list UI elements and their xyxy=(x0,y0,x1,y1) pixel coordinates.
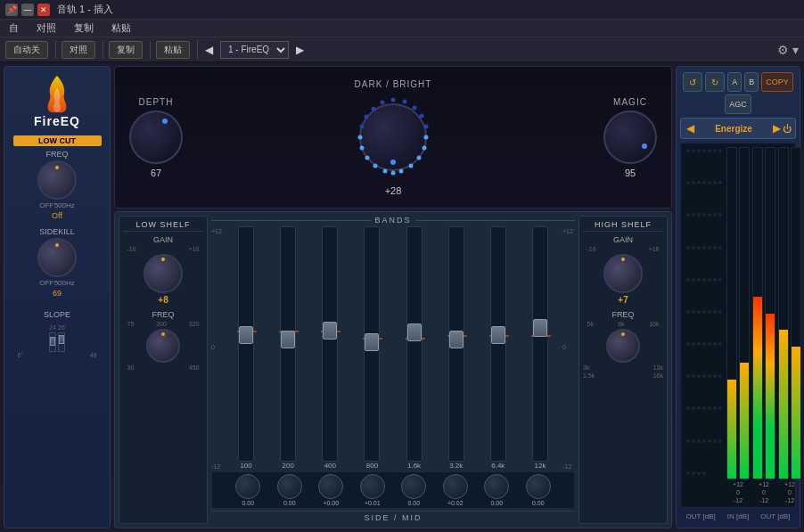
pin-button[interactable]: 📌 xyxy=(5,4,18,16)
svg-point-16 xyxy=(360,124,365,128)
sidekill-range-labels: OFF 500Hz xyxy=(39,279,75,287)
vu-meter-1a xyxy=(726,147,737,479)
menu-auto[interactable]: 自 xyxy=(5,21,22,35)
low-shelf-freq-knob[interactable] xyxy=(146,329,180,363)
vu-scale-bot-2: -12 xyxy=(752,497,775,503)
low-shelf-panel: LOW SHELF GAIN -16 +16 +8 FREQ 75200320 xyxy=(119,216,208,524)
fader-800: 800 xyxy=(351,226,392,470)
copy-button[interactable]: COPY xyxy=(761,72,793,92)
vu-scale-mid-3: 0 xyxy=(778,489,801,495)
right-top-btns: ↺ ↻ A B COPY AGC xyxy=(680,72,796,114)
toolbar-next-arrow[interactable]: ▶ xyxy=(294,44,306,56)
toolbar-paste-btn[interactable]: 粘贴 xyxy=(156,41,190,59)
fader-track-6k4[interactable] xyxy=(490,226,506,462)
preset-select[interactable]: 1 - FireEQ xyxy=(220,41,289,59)
vu-label-in-db: IN [dB] xyxy=(727,512,749,520)
title-bar: 📌 — ✕ 音轨 1 - 插入 xyxy=(0,0,804,20)
high-shelf-title: HIGH SHELF xyxy=(583,220,663,232)
preset-power-btn[interactable]: ⏻ xyxy=(783,124,792,134)
freq-label: FREQ xyxy=(45,150,68,159)
vu-meter-2a xyxy=(752,147,763,479)
mini-knob-5[interactable] xyxy=(443,474,468,499)
menu-copy[interactable]: 复制 xyxy=(70,21,97,35)
sidekill-knob[interactable] xyxy=(37,238,77,277)
fader-100: 100 xyxy=(226,226,267,470)
vu-group-1: +12 0 -12 xyxy=(726,147,750,503)
fader-track-12k[interactable] xyxy=(532,226,548,462)
ab-a-button[interactable]: A xyxy=(727,72,742,92)
low-shelf-gain-label: GAIN xyxy=(153,235,173,244)
slope-label: SLOPE xyxy=(44,310,70,319)
close-button[interactable]: ✕ xyxy=(37,4,50,16)
low-shelf-title: LOW SHELF xyxy=(123,220,203,232)
fader-track-200[interactable] xyxy=(280,226,296,462)
plugin-name: FireEQ xyxy=(34,114,80,128)
fader-track-1k6[interactable] xyxy=(406,226,423,462)
mini-knob-1[interactable] xyxy=(277,474,302,499)
svg-point-17 xyxy=(365,114,369,119)
preset-prev-arrow[interactable]: ◀ xyxy=(685,122,696,135)
vu-meter-3a xyxy=(778,147,789,479)
min-button[interactable]: — xyxy=(21,4,34,16)
toolbar-prev-arrow[interactable]: ◀ xyxy=(203,44,215,56)
magic-knob[interactable] xyxy=(603,110,657,164)
freq-knob[interactable] xyxy=(37,160,77,200)
gear-button[interactable]: ⚙ ▾ xyxy=(777,43,799,57)
agc-button[interactable]: AGC xyxy=(725,94,751,114)
fader-label-400: 400 xyxy=(324,462,336,470)
fader-track-100[interactable] xyxy=(238,226,254,462)
toolbar-compare-btn[interactable]: 对照 xyxy=(62,41,95,59)
preset-next-arrow[interactable]: ▶ xyxy=(771,122,783,135)
fader-track-3k2[interactable] xyxy=(448,226,464,462)
sidekill-label: SIDEKILL xyxy=(39,227,75,236)
menu-compare[interactable]: 对照 xyxy=(33,21,60,35)
mini-knob-6[interactable] xyxy=(484,474,509,499)
fader-200: 200 xyxy=(267,226,308,470)
fader-label-100: 100 xyxy=(240,462,251,470)
mini-knob-2[interactable] xyxy=(318,474,343,499)
left-panel: FireEQ LOW CUT FREQ OFF 500Hz Off SIDEKI… xyxy=(4,66,111,528)
fader-12k: 12k xyxy=(520,226,561,470)
toolbar-auto-btn[interactable]: 自动关 xyxy=(5,41,48,59)
faders-container: 100 200 xyxy=(226,226,561,470)
magic-label: MAGIC xyxy=(613,97,647,107)
freq-knob-container: FREQ OFF 500Hz Off xyxy=(37,150,77,220)
mini-knob-0[interactable] xyxy=(235,474,260,499)
redo-button[interactable]: ↻ xyxy=(705,72,725,92)
preset-bar: ◀ Energize ▶ ⏻ xyxy=(680,118,796,139)
toolbar-copy-btn[interactable]: 复制 xyxy=(109,41,143,59)
high-shelf-freq-knob[interactable] xyxy=(606,329,640,363)
preset-name: Energize xyxy=(696,124,771,134)
fader-3k2: 3.2k xyxy=(436,226,477,470)
ab-b-button[interactable]: B xyxy=(744,72,759,92)
dark-bright-value: +28 xyxy=(385,185,402,196)
menu-paste[interactable]: 粘贴 xyxy=(108,21,135,35)
plugin-main: FireEQ LOW CUT FREQ OFF 500Hz Off SIDEKI… xyxy=(0,62,804,532)
mini-knob-4[interactable] xyxy=(401,474,426,499)
svg-point-9 xyxy=(399,168,404,173)
mini-knob-col-3: +0.01 xyxy=(353,474,393,506)
menu-bar: 自 对照 复制 粘贴 xyxy=(0,20,804,37)
mini-knob-7[interactable] xyxy=(526,474,551,499)
depth-knob[interactable] xyxy=(129,110,183,164)
high-shelf-gain-knob[interactable] xyxy=(603,254,643,293)
svg-point-11 xyxy=(383,168,388,173)
vu-scale-mid-2: 0 xyxy=(752,489,775,495)
fader-track-400[interactable] xyxy=(322,226,338,462)
low-shelf-gain-value: +8 xyxy=(158,295,168,305)
vu-group-3: +12 0 -12 xyxy=(778,147,801,503)
low-shelf-gain-scale: -16 +16 xyxy=(127,246,200,252)
depth-group: DEPTH 67 xyxy=(129,97,183,178)
fader-label-1k6: 1.6k xyxy=(407,462,421,470)
bands-center: BANDS +12 0 -12 xyxy=(211,216,575,524)
depth-label: DEPTH xyxy=(139,97,174,107)
mini-knob-col-0: 0.00 xyxy=(228,474,268,506)
vu-label-out-db-2: OUT [dB] xyxy=(760,512,790,520)
low-shelf-gain-knob[interactable] xyxy=(144,254,183,293)
fader-track-800[interactable] xyxy=(364,226,380,462)
undo-button[interactable]: ↺ xyxy=(683,72,702,92)
svg-point-1 xyxy=(403,99,407,103)
mini-knob-3[interactable] xyxy=(360,474,385,499)
logo-flame xyxy=(39,74,75,114)
dark-bright-label: DARK / BRIGHT xyxy=(355,79,432,89)
